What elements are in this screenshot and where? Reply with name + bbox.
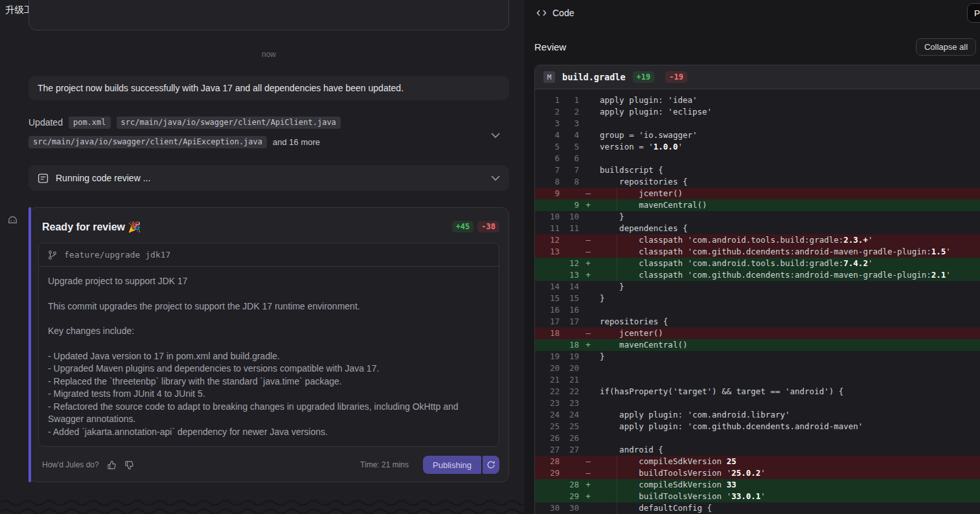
git-branch-icon bbox=[47, 250, 58, 260]
updated-files-section: Updated pom.xml src/main/java/io/swagger… bbox=[28, 115, 509, 154]
diff-line: 88 repositories { bbox=[535, 176, 980, 188]
diff-line: 1515} bbox=[535, 293, 980, 304]
file-chip[interactable]: src/main/java/io/swagger/client/ApiExcep… bbox=[28, 136, 267, 148]
wave-decoration bbox=[0, 497, 525, 514]
commit-message-bullet: - Upgraded Maven plugins and dependencie… bbox=[48, 363, 490, 375]
diff-line: 1717repositories { bbox=[535, 316, 980, 328]
chat-panel: 升级工程支持JDK17运行环境，包括相关组件版本适配 now The proje… bbox=[0, 0, 525, 514]
diff-line: 1111 dependencies { bbox=[535, 223, 980, 234]
commit-message: Upgrade project to support JDK 17 This c… bbox=[39, 267, 499, 446]
thumbs-up-icon[interactable] bbox=[107, 460, 117, 470]
diff-line: 2222if(hasProperty('target') && target =… bbox=[535, 386, 980, 397]
diff-line: 66 bbox=[535, 153, 980, 164]
running-code-review-label: Running code review ... bbox=[56, 173, 484, 183]
code-review-icon bbox=[38, 173, 49, 184]
publishing-button[interactable]: Publishing bbox=[423, 456, 481, 474]
diff-line: 2626 bbox=[535, 432, 980, 444]
deletions-badge: -38 bbox=[477, 221, 499, 232]
diff-line: 2727 android { bbox=[535, 444, 980, 456]
diff-line: 55version = '1.0.0' bbox=[535, 141, 980, 153]
updated-label: Updated bbox=[28, 117, 63, 128]
diff-additions-badge: +19 bbox=[633, 71, 655, 83]
diff-line: 29— buildToolsVersion '25.0.2' bbox=[535, 467, 980, 479]
tab-code[interactable]: Code bbox=[536, 0, 574, 26]
previous-message-partial bbox=[28, 0, 509, 30]
file-chip[interactable]: src/main/java/io/swagger/client/ApiClien… bbox=[117, 117, 341, 129]
diff-line: 1616 bbox=[535, 304, 980, 316]
chevron-down-icon[interactable] bbox=[491, 129, 500, 141]
diff-line: 1919} bbox=[535, 351, 980, 363]
diff-line: 29+ buildToolsVersion '33.0.1' bbox=[535, 491, 980, 502]
diff-line: 44group = 'io.swagger' bbox=[535, 129, 980, 141]
commit-message-title: Upgrade project to support JDK 17 bbox=[48, 275, 490, 288]
diff-line: 18— jcenter() bbox=[535, 328, 980, 339]
code-tab-label: Code bbox=[553, 8, 574, 18]
card-accent-bar bbox=[28, 207, 31, 482]
diff-line: 2020 bbox=[535, 363, 980, 374]
feedback-label: How'd Jules do? bbox=[42, 460, 99, 469]
ready-for-review-card: Ready for review 🎉 +45 -38 feature/upgra… bbox=[28, 207, 509, 482]
branch-name: feature/upgrade jdk17 bbox=[64, 250, 170, 260]
diff-line: 2323 bbox=[535, 397, 980, 409]
diff-line: 11apply plugin: 'idea' bbox=[535, 95, 980, 106]
diff-line: 13+ classpath 'com.github.dcendents:andr… bbox=[535, 269, 980, 281]
diff-line: 33 bbox=[535, 118, 980, 129]
diff-line: 9— jcenter() bbox=[535, 188, 980, 199]
jules-logo-icon bbox=[7, 214, 18, 228]
commit-message-paragraph: This commit upgrades the project to supp… bbox=[48, 300, 490, 313]
code-icon bbox=[536, 8, 547, 17]
commit-message-bullet: - Replaced the `threetenbp` library with… bbox=[48, 375, 490, 388]
diff-line: 2121 bbox=[535, 374, 980, 386]
commit-message-bullet: - Updated Java version to 17 in pom.xml … bbox=[48, 350, 490, 363]
time-label: Time: 21 mins bbox=[360, 460, 409, 469]
diff-deletions-badge: -19 bbox=[665, 71, 687, 83]
diff-line: 1010 } bbox=[535, 211, 980, 223]
diff-line: 22apply plugin: 'eclipse' bbox=[535, 106, 980, 118]
chevron-down-icon[interactable] bbox=[491, 175, 500, 181]
commit-message-bullet: - Refactored the source code to adapt to… bbox=[48, 401, 490, 426]
diff-line: 2525 apply plugin: 'com.github.dcendents… bbox=[535, 421, 980, 432]
diff-line: 13— classpath 'com.github.dcendents:andr… bbox=[535, 246, 980, 258]
publish-spinner-button[interactable] bbox=[483, 456, 499, 474]
diff-line: 77buildscript { bbox=[535, 164, 980, 176]
diff-file-card: M build.gradle +19 -19 11apply plugin: '… bbox=[534, 65, 980, 514]
diff-line: 2424 apply plugin: 'com.android.library' bbox=[535, 409, 980, 421]
diff-line: 28+ compileSdkVersion 33 bbox=[535, 479, 980, 491]
thumbs-down-icon[interactable] bbox=[124, 460, 134, 470]
commit-message-bullet: - Migrated tests from JUnit 4 to JUnit 5… bbox=[48, 388, 490, 401]
diff-line: 3030 defaultConfig { bbox=[535, 502, 980, 514]
code-panel: Code P Review Collapse all M build.gradl… bbox=[525, 0, 980, 514]
more-files-label: and 16 more bbox=[273, 137, 320, 147]
running-code-review-row[interactable]: Running code review ... bbox=[28, 165, 509, 191]
file-chip[interactable]: pom.xml bbox=[69, 117, 111, 129]
diff-line: 28— compileSdkVersion 25 bbox=[535, 456, 980, 467]
commit-preview: feature/upgrade jdk17 Upgrade project to… bbox=[38, 243, 499, 447]
timestamp: now bbox=[28, 50, 509, 59]
card-title: Ready for review 🎉 bbox=[42, 221, 452, 233]
status-message: The project now builds successfully with… bbox=[28, 76, 509, 100]
diff-file-name: build.gradle bbox=[562, 72, 626, 82]
diff-line: 12— classpath 'com.android.tools.build:g… bbox=[535, 234, 980, 246]
branch-row: feature/upgrade jdk17 bbox=[39, 243, 499, 267]
commit-message-bullet: - Added `jakarta.annotation-api` depende… bbox=[48, 426, 490, 439]
file-status-badge: M bbox=[543, 71, 555, 83]
diff-file-header[interactable]: M build.gradle +19 -19 bbox=[535, 65, 980, 89]
publish-button-partial[interactable]: P bbox=[967, 3, 980, 23]
diff-line: 1414 } bbox=[535, 281, 980, 293]
diff-line: 9+ mavenCentral() bbox=[535, 199, 980, 211]
additions-badge: +45 bbox=[452, 221, 474, 232]
diff-line: 18+ mavenCentral() bbox=[535, 339, 980, 351]
review-heading: Review bbox=[534, 41, 566, 52]
status-message-text: The project now builds successfully with… bbox=[38, 83, 404, 93]
diff-line: 12+ classpath 'com.android.tools.build:g… bbox=[535, 258, 980, 269]
diff-body: 11apply plugin: 'idea'22apply plugin: 'e… bbox=[535, 89, 980, 514]
commit-message-paragraph: Key changes include: bbox=[48, 325, 490, 338]
collapse-all-button[interactable]: Collapse all bbox=[916, 38, 976, 56]
